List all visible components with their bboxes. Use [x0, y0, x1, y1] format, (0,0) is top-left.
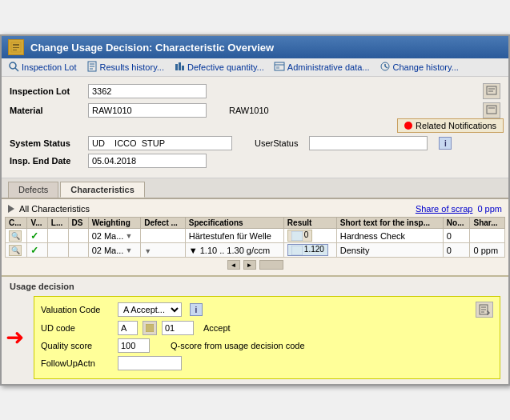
svg-rect-11 — [179, 62, 181, 70]
toolbar-change-history[interactable]: Change history... — [379, 61, 459, 74]
cell-shorttext-1: Hardness Check — [336, 229, 443, 243]
toolbar-defective-qty[interactable]: Defective quantity... — [174, 61, 264, 74]
cell-shar-2: 0 ppm — [470, 243, 505, 258]
valuation-code-label: Valuation Code — [41, 305, 113, 314]
edit-icon-btn[interactable] — [476, 302, 493, 318]
notification-dot — [404, 122, 412, 130]
result-badge-1: 0 — [287, 230, 313, 241]
followup-label: FollowUpActn — [41, 358, 113, 368]
tab-defects[interactable]: Defects — [8, 182, 58, 198]
cell-defect-2[interactable]: ▼ — [141, 243, 186, 258]
cell-c-1[interactable]: 🔍 — [6, 229, 27, 243]
quality-score-text: Q-score from usage decision code — [171, 341, 305, 350]
svg-rect-15 — [276, 66, 279, 69]
scroll-left-btn[interactable]: ◄ — [227, 260, 240, 270]
valuation-code-select[interactable]: A Accept... — [118, 302, 182, 317]
col-c: C... — [6, 218, 27, 229]
cell-no-2: 0 — [443, 243, 470, 258]
toolbar-results-history[interactable]: Results history... — [86, 61, 165, 74]
inspection-lot-row: Inspection Lot — [10, 83, 500, 99]
svg-rect-24 — [291, 231, 303, 241]
ud-code-text: Accept — [203, 323, 231, 333]
svg-point-4 — [10, 62, 16, 69]
quality-score-label: Quality score — [41, 341, 113, 350]
cell-c-2[interactable]: 🔍 — [6, 243, 27, 258]
table-row: 🔍 ✓ 02 Ma... ▼ ▼ — [6, 243, 505, 258]
followup-row: FollowUpActn — [41, 356, 493, 370]
change-history-label: Change history... — [393, 62, 459, 72]
ud-code-input[interactable] — [118, 321, 138, 335]
expand-icon[interactable] — [8, 205, 14, 213]
ud-code-label: UD code — [41, 323, 113, 333]
system-status-input[interactable] — [88, 136, 232, 150]
col-specifications: Specifications — [185, 218, 283, 229]
scroll-right-btn[interactable]: ► — [243, 260, 256, 270]
usage-decision-section: Usage decision ➜ Valuation Code A Accept… — [2, 275, 508, 384]
svg-rect-12 — [182, 66, 184, 70]
col-defect: Defect ... — [141, 218, 186, 229]
material-input[interactable] — [88, 103, 207, 118]
share-scrap-link[interactable]: Share of scrap — [416, 204, 473, 214]
inspection-lot-field-label: Inspection Lot — [10, 86, 82, 96]
change-history-icon — [379, 61, 391, 74]
main-window: Change Usage Decision: Characteristic Ov… — [0, 34, 510, 386]
col-weighting: Weighting — [88, 218, 141, 229]
tab-characteristics[interactable]: Characteristics — [60, 182, 145, 198]
search-cell-icon[interactable]: 🔍 — [9, 230, 22, 242]
check-icon-2: ✓ — [30, 245, 38, 256]
ud-code-icon[interactable] — [143, 321, 157, 335]
user-status-label: UserStatus — [255, 138, 298, 148]
svg-rect-25 — [291, 246, 303, 255]
col-ds: DS — [68, 218, 88, 229]
cell-defect-1 — [141, 229, 186, 243]
inspection-lot-input[interactable] — [88, 84, 207, 98]
toolbar-inspection-lot[interactable]: Inspection Lot — [8, 61, 77, 74]
cell-result-2: 1.120 — [283, 243, 336, 258]
form-area: Inspection Lot Material RAW1010 — [2, 77, 508, 178]
toolbar-admin-data[interactable]: Administrative data... — [274, 61, 370, 74]
insp-end-date-input[interactable] — [88, 154, 207, 168]
scrollbar-track[interactable] — [259, 260, 283, 270]
cell-v-2: ✓ — [27, 243, 47, 258]
result-badge-2: 1.120 — [287, 244, 328, 255]
col-v: V... — [27, 218, 47, 229]
svg-rect-1 — [13, 44, 19, 46]
defective-qty-icon — [174, 61, 185, 74]
check-icon: ✓ — [30, 230, 38, 242]
col-l: L... — [47, 218, 68, 229]
info-icon-btn[interactable]: i — [439, 137, 452, 150]
cell-weighting-2[interactable]: 02 Ma... ▼ — [88, 243, 141, 258]
red-arrow-icon: ➜ — [6, 325, 24, 350]
material-icon-btn[interactable] — [483, 102, 500, 118]
quality-score-input[interactable] — [118, 338, 150, 353]
related-notifications-btn[interactable]: Related Notifications — [397, 118, 504, 133]
valuation-info-icon[interactable]: i — [190, 303, 203, 316]
ud-code-num-input[interactable] — [162, 321, 194, 335]
inspection-lot-icon-btn[interactable] — [483, 83, 500, 99]
quality-score-row: Quality score Q-score from usage decisio… — [41, 338, 493, 353]
insp-end-date-label: Insp. End Date — [10, 156, 82, 166]
user-status-input[interactable] — [309, 136, 428, 150]
svg-rect-31 — [146, 324, 154, 332]
results-history-label: Results history... — [100, 62, 165, 72]
results-history-icon — [86, 61, 98, 74]
svg-rect-22 — [487, 106, 496, 114]
characteristics-table: C... V... L... DS Weighting Defect ... S… — [5, 217, 505, 258]
search-cell-icon-2[interactable]: 🔍 — [9, 245, 22, 256]
title-bar: Change Usage Decision: Characteristic Ov… — [2, 36, 508, 58]
followup-input[interactable] — [118, 356, 182, 370]
cell-spec-2: ▼ 1.10 .. 1.30 g/ccm — [185, 243, 283, 258]
usage-form: Valuation Code A Accept... i — [34, 296, 500, 379]
admin-data-label: Administrative data... — [287, 62, 370, 72]
svg-rect-19 — [487, 86, 496, 94]
svg-rect-10 — [175, 64, 178, 70]
inspection-lot-label: Inspection Lot — [22, 62, 77, 72]
all-chars-section: All Characteristics — [8, 204, 90, 214]
cell-result-1: 0 — [283, 229, 336, 243]
col-result: Result — [283, 218, 336, 229]
cell-weighting-1[interactable]: 02 Ma... ▼ — [88, 229, 141, 243]
ud-code-row: UD code Accept — [41, 321, 493, 335]
insp-end-date-row: Insp. End Date — [10, 154, 500, 168]
svg-line-5 — [15, 68, 18, 71]
all-chars-label: All Characteristics — [19, 204, 90, 214]
